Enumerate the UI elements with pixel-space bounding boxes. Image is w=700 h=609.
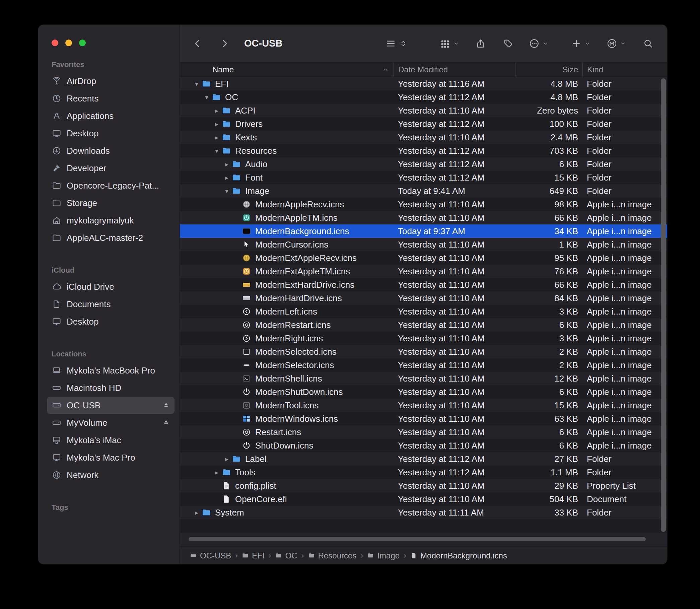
row-modernrestart-icns[interactable]: ModernRestart.icnsYesterday at 11:10 AM6…: [180, 318, 667, 332]
group-menu-expander[interactable]: [453, 40, 459, 47]
row-modernwindows-icns[interactable]: ModernWindows.icnsYesterday at 11:10 AM6…: [180, 412, 667, 425]
sidebar-item-applealc-master-2[interactable]: AppleALC-master-2: [47, 229, 175, 246]
disclosure-closed-icon[interactable]: ▸: [212, 134, 222, 141]
breadcrumb-item-efi[interactable]: EFI: [242, 551, 264, 560]
row-moderncursor-icns[interactable]: ModernCursor.icnsYesterday at 11:10 AM1 …: [180, 238, 667, 251]
sidebar-item-oc-usb[interactable]: OC-USB: [47, 397, 175, 414]
close-button[interactable]: [52, 39, 58, 46]
back-button[interactable]: [192, 38, 203, 49]
more-menu-expander[interactable]: [542, 40, 548, 47]
disclosure-open-icon[interactable]: ▾: [222, 188, 231, 194]
column-header-size[interactable]: Size: [515, 62, 582, 77]
row-modernapplerecv-icns[interactable]: ModernAppleRecv.icnsYesterday at 11:10 A…: [180, 198, 667, 211]
new-item-button[interactable]: [571, 38, 582, 49]
row-font[interactable]: ▸FontYesterday at 11:12 AM15 KBFolder: [180, 171, 667, 184]
column-header-date-modified[interactable]: Date Modified: [393, 62, 515, 77]
row-resources[interactable]: ▾ResourcesYesterday at 11:12 AM703 KBFol…: [180, 144, 667, 157]
breadcrumb-item-oc-usb[interactable]: OC-USB: [190, 551, 231, 560]
row-acpi[interactable]: ▸ACPIYesterday at 11:10 AMZero bytesFold…: [180, 104, 667, 117]
column-header-name[interactable]: Name: [180, 62, 393, 77]
sidebar-item-documents[interactable]: Documents: [47, 295, 175, 313]
sidebar-item-applications[interactable]: Applications: [47, 107, 175, 125]
disclosure-open-icon[interactable]: ▾: [192, 81, 201, 87]
row-modernextapplerecv-icns[interactable]: ModernExtAppleRecv.icnsYesterday at 11:1…: [180, 251, 667, 265]
forward-button[interactable]: [219, 38, 230, 49]
sidebar-item-downloads[interactable]: Downloads: [47, 142, 175, 159]
minimize-button[interactable]: [65, 39, 72, 46]
row-system[interactable]: ▸SystemYesterday at 11:11 AM33 KBFolder: [180, 506, 667, 519]
eject-button[interactable]: [162, 401, 171, 410]
row-efi[interactable]: ▾EFIYesterday at 11:16 AM4.8 MBFolder: [180, 77, 667, 90]
column-header-kind[interactable]: Kind: [582, 62, 667, 77]
list-view-button[interactable]: [385, 38, 397, 49]
disclosure-closed-icon[interactable]: ▸: [192, 509, 201, 516]
row-kexts[interactable]: ▸KextsYesterday at 11:10 AM2.4 MBFolder: [180, 130, 667, 144]
disclosure-closed-icon[interactable]: ▸: [222, 161, 231, 168]
sidebar-item-desktop[interactable]: Desktop: [47, 313, 175, 330]
disclosure-closed-icon[interactable]: ▸: [212, 469, 222, 476]
disclosure-open-icon[interactable]: ▾: [212, 148, 222, 154]
row-modernright-icns[interactable]: ModernRight.icnsYesterday at 11:10 AM3 K…: [180, 332, 667, 345]
row-modernselected-icns[interactable]: ModernSelected.icnsYesterday at 11:10 AM…: [180, 345, 667, 359]
breadcrumb-item-oc[interactable]: OC: [275, 551, 297, 560]
sidebar-item-recents[interactable]: Recents: [47, 90, 175, 107]
row-label[interactable]: ▸LabelYesterday at 11:12 AM27 KBFolder: [180, 452, 667, 466]
row-modernleft-icns[interactable]: ModernLeft.icnsYesterday at 11:10 AM3 KB…: [180, 305, 667, 318]
breadcrumb-item-resources[interactable]: Resources: [308, 551, 357, 560]
breadcrumb-item-image[interactable]: Image: [367, 551, 400, 560]
row-restart-icns[interactable]: Restart.icnsYesterday at 11:10 AM6 KBApp…: [180, 425, 667, 439]
new-item-expander[interactable]: [584, 40, 591, 47]
search-button[interactable]: [642, 38, 654, 49]
sidebar-item-airdrop[interactable]: AirDrop: [47, 72, 175, 90]
row-oc[interactable]: ▾OCYesterday at 11:12 AM4.8 MBFolder: [180, 90, 667, 104]
disclosure-closed-icon[interactable]: ▸: [212, 121, 222, 127]
vertical-scrollbar[interactable]: [661, 79, 666, 532]
row-modernbackground-icns[interactable]: ModernBackground.icnsToday at 9:37 AM34 …: [180, 224, 667, 238]
sidebar-item-icloud-drive[interactable]: iCloud Drive: [47, 278, 175, 295]
tags-button[interactable]: [502, 38, 514, 49]
sidebar-item-mykolagrymalyuk[interactable]: mykolagrymalyuk: [47, 212, 175, 229]
row-moderntool-icns[interactable]: ModernTool.icnsYesterday at 11:10 AM15 K…: [180, 399, 667, 412]
share-button[interactable]: [475, 38, 486, 49]
sidebar-item-myvolume[interactable]: MyVolume: [47, 414, 175, 432]
zoom-button[interactable]: [79, 39, 86, 46]
row-opencore-efi[interactable]: OpenCore.efiYesterday at 11:10 AM504 KBD…: [180, 492, 667, 506]
disclosure-open-icon[interactable]: ▾: [202, 94, 211, 101]
sidebar-item-storage[interactable]: Storage: [47, 194, 175, 212]
sidebar-item-label: Developer: [67, 163, 106, 174]
file-name: Image: [245, 186, 269, 196]
extension-menu-expander[interactable]: [619, 40, 626, 47]
view-mode-expander[interactable]: [399, 38, 407, 49]
disclosure-closed-icon[interactable]: ▸: [212, 107, 222, 114]
eject-button[interactable]: [162, 418, 171, 427]
row-modernshell-icns[interactable]: ModernShell.icnsYesterday at 11:10 AM12 …: [180, 372, 667, 385]
row-modernharddrive-icns[interactable]: ModernHardDrive.icnsYesterday at 11:10 A…: [180, 292, 667, 305]
row-modernselector-icns[interactable]: ModernSelector.icnsYesterday at 11:10 AM…: [180, 359, 667, 372]
row-audio[interactable]: ▸AudioYesterday at 11:12 AM6 KBFolder: [180, 157, 667, 171]
group-button[interactable]: [439, 38, 451, 49]
sidebar-item-network[interactable]: Network: [47, 466, 175, 484]
row-shutdown-icns[interactable]: ShutDown.icnsYesterday at 11:10 AM6 KBAp…: [180, 439, 667, 452]
sidebar-item-desktop[interactable]: Desktop: [47, 125, 175, 142]
row-modernextharddrive-icns[interactable]: ModernExtHardDrive.icnsYesterday at 11:1…: [180, 278, 667, 292]
row-config-plist[interactable]: config.plistYesterday at 11:10 AM29 KBPr…: [180, 479, 667, 492]
row-drivers[interactable]: ▸DriversYesterday at 11:12 AM100 KBFolde…: [180, 117, 667, 130]
cell-date-modified: Yesterday at 11:10 AM: [393, 373, 515, 384]
row-modernappletm-icns[interactable]: ModernAppleTM.icnsYesterday at 11:10 AM6…: [180, 211, 667, 224]
sidebar-item-mykola-s-mac-pro[interactable]: Mykola’s Mac Pro: [47, 449, 175, 466]
sidebar-item-mykola-s-imac[interactable]: Mykola’s iMac: [47, 432, 175, 449]
sidebar-item-macintosh-hd[interactable]: Macintosh HD: [47, 379, 175, 397]
row-tools[interactable]: ▸ToolsYesterday at 11:12 AM1.1 MBFolder: [180, 466, 667, 479]
row-modernextappletm-icns[interactable]: ModernExtAppleTM.icnsYesterday at 11:10 …: [180, 265, 667, 278]
more-actions-button[interactable]: [528, 38, 540, 49]
row-image[interactable]: ▾ImageToday at 9:41 AM649 KBFolder: [180, 184, 667, 198]
horizontal-scrollbar[interactable]: [189, 537, 646, 541]
sidebar-item-opencore-legacy-pat[interactable]: Opencore-Legacy-Pat...: [47, 177, 175, 194]
disclosure-closed-icon[interactable]: ▸: [222, 175, 231, 181]
extension-badge-button[interactable]: [606, 38, 618, 49]
disclosure-closed-icon[interactable]: ▸: [222, 456, 231, 462]
sidebar-item-mykola-s-macbook-pro[interactable]: Mykola’s MacBook Pro: [47, 362, 175, 379]
breadcrumb-item-modernbackground-icns[interactable]: ModernBackground.icns: [410, 551, 507, 560]
row-modernshutdown-icns[interactable]: ModernShutDown.icnsYesterday at 11:10 AM…: [180, 385, 667, 399]
sidebar-item-developer[interactable]: Developer: [47, 159, 175, 177]
